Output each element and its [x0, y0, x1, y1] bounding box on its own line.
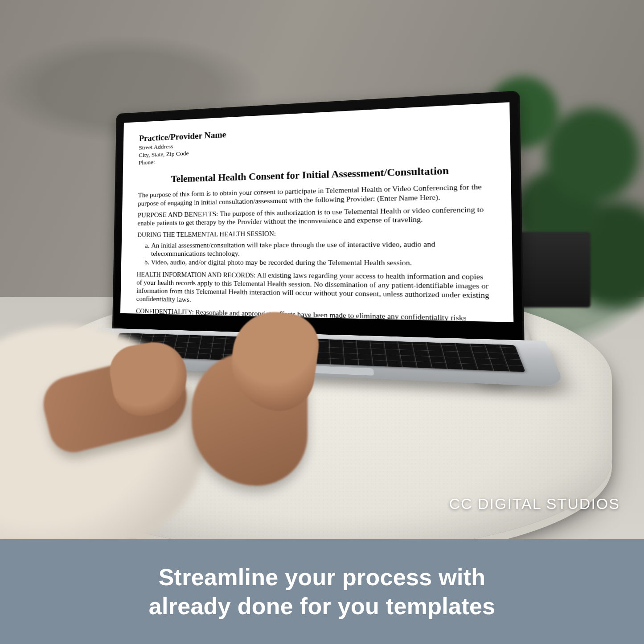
- confidentiality-section: CONFIDENTIALITY: Reasonable and appropri…: [136, 307, 493, 322]
- photo-scene: Practice/Provider Name Street Address Ci…: [0, 0, 644, 539]
- during-item: An initial assessment/consultation will …: [151, 239, 492, 258]
- health-label: HEALTH INFORMATION AND RECORDS:: [137, 271, 256, 279]
- purpose-section: PURPOSE AND BENEFITS: The purpose of thi…: [137, 205, 491, 227]
- during-label: DURING THE TELEMENTAL HEALTH SESSION:: [137, 227, 491, 238]
- caption-text: Streamline your process withalready done…: [149, 563, 496, 621]
- promo-image: Practice/Provider Name Street Address Ci…: [0, 0, 644, 644]
- caption-bar: Streamline your process withalready done…: [0, 539, 644, 644]
- during-item: Video, audio, and/or digital photo may b…: [151, 258, 492, 268]
- document-intro: The purpose of this form is to obtain yo…: [138, 182, 491, 208]
- health-section: HEALTH INFORMATION AND RECORDS: All exis…: [136, 270, 493, 310]
- brand-watermark: CC DIGITAL STUDIOS: [449, 495, 620, 513]
- confidentiality-label: CONFIDENTIALITY:: [136, 308, 194, 316]
- laptop-screen: Practice/Provider Name Street Address Ci…: [120, 102, 513, 322]
- laptop-lid: Practice/Provider Name Street Address Ci…: [112, 90, 525, 342]
- during-list: An initial assessment/consultation will …: [151, 239, 492, 268]
- document-title: Telemental Health Consent for Initial As…: [138, 163, 490, 186]
- plant-pot: [519, 232, 591, 308]
- consent-document: Practice/Provider Name Street Address Ci…: [120, 102, 513, 322]
- purpose-label: PURPOSE AND BENEFITS:: [138, 210, 218, 219]
